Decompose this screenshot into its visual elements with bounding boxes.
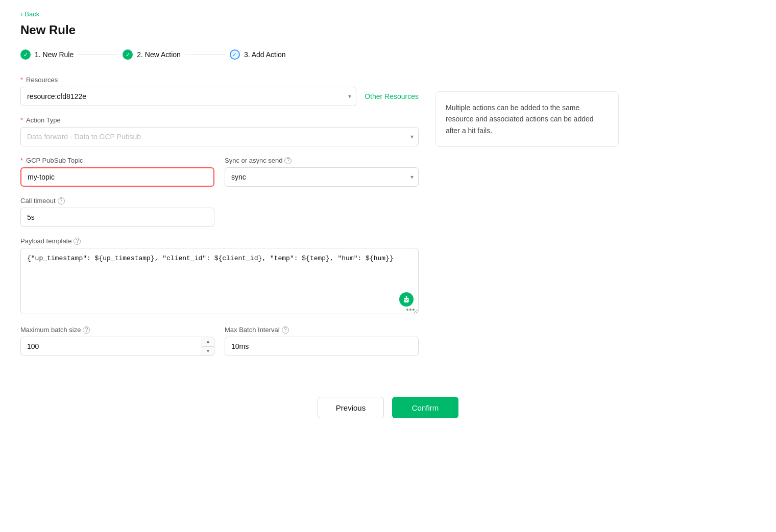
max-batch-interval-label: Max Batch Interval bbox=[225, 326, 280, 334]
ai-dot-1 bbox=[406, 309, 408, 311]
payload-label-row: Payload template ? bbox=[20, 237, 419, 245]
confirm-button[interactable]: Confirm bbox=[392, 397, 458, 418]
steps-bar: ✓ 1. New Rule ✓ 2. New Action ✓ 3. Add A… bbox=[20, 49, 756, 60]
batch-row: Maximum batch size ? ▲ ▼ Max Batch Inter… bbox=[20, 326, 419, 356]
action-type-select[interactable]: Data forward - Data to GCP Pubsub bbox=[20, 127, 419, 146]
max-batch-size-input[interactable] bbox=[20, 337, 214, 356]
resources-group: * Resources resource:cfd8122e ▾ Other Re… bbox=[20, 76, 419, 106]
resources-label: Resources bbox=[26, 76, 58, 84]
info-card: Multiple actions can be added to the sam… bbox=[435, 91, 619, 147]
action-type-required-star: * bbox=[20, 116, 23, 124]
payload-label: Payload template bbox=[20, 237, 71, 245]
sidebar-info: Multiple actions can be added to the sam… bbox=[435, 76, 756, 366]
payload-group: Payload template ? {"up_timestamp": ${up… bbox=[20, 237, 419, 316]
resources-label-row: * Resources bbox=[20, 76, 419, 84]
gcp-topic-label: GCP PubSub Topic bbox=[26, 157, 83, 164]
sync-select[interactable]: sync async bbox=[225, 167, 419, 187]
max-batch-interval-help-icon[interactable]: ? bbox=[282, 326, 289, 334]
back-link[interactable]: ‹ Back bbox=[20, 10, 756, 18]
ai-dot-2 bbox=[409, 309, 411, 311]
payload-textarea[interactable]: {"up_timestamp": ${up_timestamp}, "clien… bbox=[20, 248, 419, 314]
step-2-label: 2. New Action bbox=[137, 50, 181, 59]
step-2-icon: ✓ bbox=[123, 49, 133, 60]
step-2: ✓ 2. New Action bbox=[123, 49, 181, 60]
ai-assist-icon[interactable] bbox=[399, 292, 414, 307]
action-type-group: * Action Type Data forward - Data to GCP… bbox=[20, 116, 419, 146]
action-type-select-wrapper: Data forward - Data to GCP Pubsub ▾ bbox=[20, 127, 419, 146]
bottom-actions: Previous Confirm bbox=[20, 397, 756, 439]
back-chevron-icon: ‹ bbox=[20, 10, 22, 18]
max-batch-interval-label-row: Max Batch Interval ? bbox=[225, 326, 419, 334]
resources-select-wrapper: resource:cfd8122e ▾ bbox=[20, 87, 356, 106]
ai-robot-icon bbox=[402, 295, 410, 303]
step-3: ✓ 3. Add Action bbox=[230, 49, 286, 60]
payload-help-icon[interactable]: ? bbox=[74, 238, 81, 245]
max-batch-size-label: Maximum batch size bbox=[20, 326, 81, 334]
other-resources-link[interactable]: Other Resources bbox=[365, 92, 419, 100]
ai-dot-3 bbox=[413, 309, 415, 311]
sync-label-row: Sync or async send ? bbox=[225, 157, 419, 164]
action-type-label: Action Type bbox=[26, 116, 61, 124]
max-batch-interval-input[interactable] bbox=[225, 337, 419, 356]
resources-required-star: * bbox=[20, 76, 23, 84]
step-separator-2 bbox=[185, 55, 226, 55]
action-type-label-row: * Action Type bbox=[20, 116, 419, 124]
info-card-text: Multiple actions can be added to the sam… bbox=[446, 104, 594, 135]
step-1-icon: ✓ bbox=[20, 49, 31, 60]
call-timeout-label-row: Call timeout ? bbox=[20, 197, 419, 205]
step-3-label: 3. Add Action bbox=[244, 50, 286, 59]
gcp-sync-row: * GCP PubSub Topic Sync or async send ? … bbox=[20, 157, 419, 187]
call-timeout-input[interactable] bbox=[20, 208, 214, 227]
sync-help-icon[interactable]: ? bbox=[284, 157, 292, 164]
gcp-topic-group: * GCP PubSub Topic bbox=[20, 157, 214, 187]
sync-label: Sync or async send bbox=[225, 157, 282, 164]
max-batch-interval-group: Max Batch Interval ? bbox=[225, 326, 419, 356]
payload-textarea-wrapper: {"up_timestamp": ${up_timestamp}, "clien… bbox=[20, 248, 419, 316]
back-label: Back bbox=[25, 10, 39, 18]
call-timeout-label: Call timeout bbox=[20, 197, 56, 205]
step-separator-1 bbox=[78, 55, 118, 55]
gcp-topic-input[interactable] bbox=[20, 167, 214, 187]
form-area: * Resources resource:cfd8122e ▾ Other Re… bbox=[20, 76, 419, 366]
ai-dots-indicator bbox=[406, 309, 415, 311]
max-batch-size-label-row: Maximum batch size ? bbox=[20, 326, 214, 334]
max-batch-size-up-button[interactable]: ▲ bbox=[202, 337, 214, 347]
page-wrapper: ‹ Back New Rule ✓ 1. New Rule ✓ 2. New A… bbox=[0, 0, 776, 532]
gcp-required-star: * bbox=[20, 157, 23, 164]
max-batch-size-input-wrapper: ▲ ▼ bbox=[20, 337, 214, 356]
step-3-icon: ✓ bbox=[230, 49, 240, 60]
max-batch-size-group: Maximum batch size ? ▲ ▼ bbox=[20, 326, 214, 356]
call-timeout-help-icon[interactable]: ? bbox=[58, 197, 65, 205]
resources-row: resource:cfd8122e ▾ Other Resources bbox=[20, 87, 419, 106]
step-1: ✓ 1. New Rule bbox=[20, 49, 74, 60]
max-batch-size-down-button[interactable]: ▼ bbox=[202, 347, 214, 356]
gcp-topic-label-row: * GCP PubSub Topic bbox=[20, 157, 214, 164]
sync-group: Sync or async send ? sync async ▾ bbox=[225, 157, 419, 187]
page-title: New Rule bbox=[20, 23, 756, 37]
call-timeout-group: Call timeout ? bbox=[20, 197, 419, 227]
resources-select[interactable]: resource:cfd8122e bbox=[20, 87, 356, 106]
main-content: * Resources resource:cfd8122e ▾ Other Re… bbox=[20, 76, 756, 366]
sync-select-wrapper: sync async ▾ bbox=[225, 167, 419, 187]
max-batch-size-help-icon[interactable]: ? bbox=[83, 326, 90, 334]
max-batch-size-spinner: ▲ ▼ bbox=[202, 337, 214, 356]
step-1-label: 1. New Rule bbox=[35, 50, 74, 59]
previous-button[interactable]: Previous bbox=[318, 397, 384, 418]
